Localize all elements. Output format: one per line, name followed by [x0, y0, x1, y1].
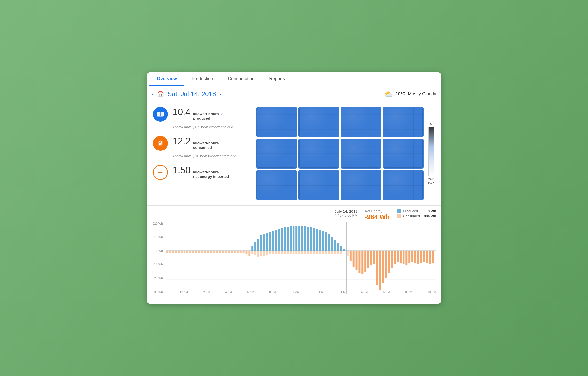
svg-rect-45	[254, 242, 256, 251]
chart-net-value: -984 Wh	[365, 213, 390, 221]
x-label-6am: 6 AM	[247, 290, 254, 294]
color-scale: 0 24.3kWh	[426, 122, 436, 185]
svg-rect-42	[245, 251, 247, 254]
produced-detail-button[interactable]: ›	[221, 111, 223, 117]
net-unit: kilowatt-hours net energy imported	[193, 170, 229, 179]
legend-produced-label: Produced	[403, 209, 418, 213]
svg-rect-84	[275, 251, 277, 254]
svg-rect-25	[195, 251, 197, 253]
legend-produced: Produced 0 Wh	[397, 209, 436, 213]
tab-overview[interactable]: Overview	[149, 72, 184, 86]
produced-number: 10.4	[172, 107, 191, 117]
svg-rect-55	[284, 227, 286, 251]
prev-date-button[interactable]: ‹	[152, 91, 154, 97]
svg-rect-79	[260, 251, 262, 256]
solar-panel-section: 0 24.3kWh	[251, 102, 441, 205]
solar-cell-5	[256, 139, 297, 169]
svg-rect-117	[373, 251, 375, 264]
svg-rect-54	[281, 228, 283, 251]
svg-rect-60	[298, 226, 300, 251]
chart-x-labels: 12 AM 2 AM 4 AM 6 AM 8 AM 10 AM 12 PM 2 …	[180, 290, 436, 294]
svg-rect-111	[356, 251, 358, 270]
stat-divider-2	[153, 162, 245, 162]
weather-display: ⛅ 10°C Mostly Cloudy	[384, 90, 436, 98]
chart-area[interactable]: 620 Wh 310 Wh 0 Wh 310 Wh 620 Wh 930 Wh	[152, 222, 436, 301]
scale-top-label: 0	[430, 122, 432, 126]
stat-produced: 10.4 kilowatt-hours produced ›	[153, 107, 245, 122]
svg-rect-19	[178, 251, 180, 253]
svg-rect-81	[266, 251, 268, 255]
svg-rect-65	[313, 228, 315, 251]
chart-header: July 14, 2018 4:45 - 5:00 PM Net Energy …	[147, 206, 441, 222]
tab-reports[interactable]: Reports	[262, 72, 292, 86]
svg-rect-112	[358, 251, 360, 273]
svg-rect-59	[295, 226, 297, 251]
svg-rect-33	[219, 251, 221, 253]
svg-rect-15	[166, 251, 168, 253]
consumed-sub-text: Approximately 10 kWh imported from grid	[172, 154, 245, 158]
app-container: Overview Production Consumption Reports …	[147, 72, 441, 303]
svg-rect-77	[254, 251, 256, 255]
produced-unit: kilowatt-hours produced	[193, 112, 219, 121]
svg-rect-89	[290, 251, 292, 254]
legend-consumed-box	[397, 214, 401, 218]
svg-rect-108	[347, 251, 349, 256]
svg-rect-37	[231, 251, 233, 253]
svg-rect-23	[189, 251, 191, 253]
svg-rect-102	[328, 251, 330, 254]
svg-rect-125	[397, 251, 399, 262]
consumed-icon	[153, 136, 168, 151]
scale-bar	[428, 127, 434, 176]
svg-rect-56	[287, 227, 289, 251]
svg-rect-63	[307, 227, 309, 251]
x-label-6pm: 6 PM	[383, 290, 390, 294]
svg-rect-46	[257, 239, 259, 251]
svg-rect-95	[307, 251, 309, 254]
stat-consumed: 12.2 kilowatt-hours consumed ›	[153, 136, 245, 151]
weather-icon: ⛅	[384, 90, 393, 98]
solar-cell-11	[341, 170, 381, 200]
svg-rect-66	[316, 229, 318, 251]
tab-consumption[interactable]: Consumption	[220, 72, 262, 86]
svg-rect-120	[382, 251, 384, 283]
svg-rect-73	[337, 243, 339, 251]
svg-rect-90	[293, 251, 294, 254]
svg-rect-91	[295, 251, 297, 254]
svg-rect-72	[334, 240, 336, 251]
svg-rect-38	[234, 251, 236, 253]
legend-produced-box	[397, 209, 401, 213]
date-navigation: ‹ 📅 Sat, Jul 14, 2018 ›	[152, 90, 221, 98]
svg-rect-71	[331, 237, 333, 251]
chart-net-energy: Net Energy -984 Wh	[365, 209, 390, 221]
svg-rect-68	[322, 231, 324, 251]
svg-rect-75	[343, 249, 345, 251]
x-label-10pm: 10 PM	[427, 290, 436, 294]
y-label-310-bot: 310 Wh	[153, 263, 163, 266]
svg-rect-18	[175, 251, 177, 253]
svg-rect-40	[240, 251, 242, 253]
svg-rect-136	[429, 251, 431, 264]
svg-rect-20	[181, 251, 183, 253]
svg-rect-132	[417, 251, 419, 264]
calendar-icon[interactable]: 📅	[157, 91, 164, 97]
svg-rect-113	[361, 251, 363, 274]
tab-production[interactable]: Production	[184, 72, 220, 86]
chart-svg	[166, 222, 436, 294]
svg-rect-130	[411, 251, 413, 262]
svg-rect-32	[216, 251, 218, 253]
svg-rect-69	[325, 232, 327, 251]
svg-rect-48	[263, 234, 265, 251]
net-energy-icon	[153, 165, 168, 180]
consumed-number: 12.2	[172, 136, 191, 147]
svg-rect-116	[370, 251, 372, 265]
svg-rect-36	[228, 251, 230, 253]
consumed-detail-button[interactable]: ›	[221, 140, 223, 146]
svg-rect-94	[304, 251, 306, 254]
svg-rect-92	[298, 251, 300, 254]
svg-rect-16	[169, 251, 171, 253]
y-label-310-top: 310 Wh	[153, 235, 163, 239]
date-bar: ‹ 📅 Sat, Jul 14, 2018 › ⛅ 10°C Mostly Cl…	[147, 86, 441, 102]
svg-rect-58	[293, 226, 294, 251]
next-date-button[interactable]: ›	[219, 91, 221, 97]
legend-consumed: Consumed 984 Wh	[397, 214, 436, 218]
